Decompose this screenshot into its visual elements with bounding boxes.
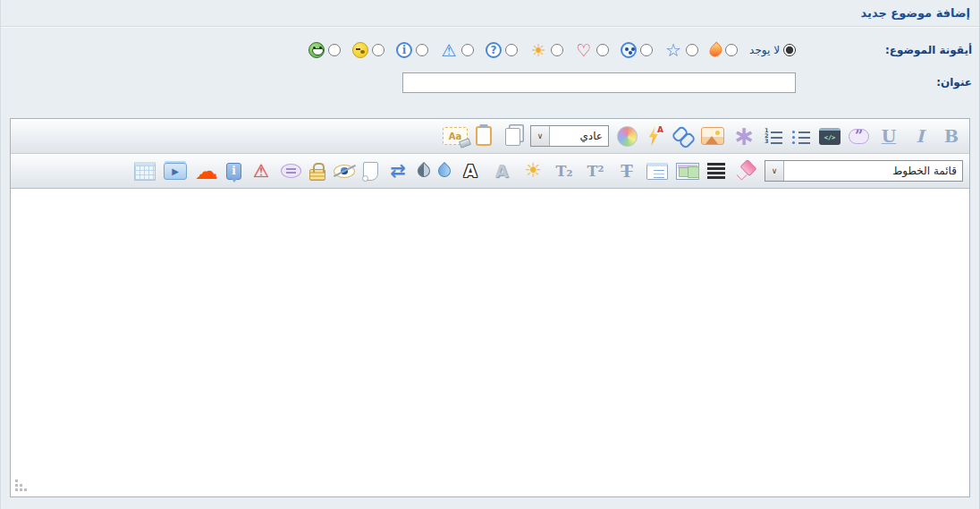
lightbulb-icon xyxy=(529,41,547,59)
heart-icon xyxy=(575,41,593,59)
underline-icon[interactable] xyxy=(877,124,900,148)
subscript-icon[interactable] xyxy=(553,159,576,182)
window-panel-icon[interactable] xyxy=(646,163,668,180)
image-icon[interactable] xyxy=(701,127,724,145)
page-header: إضافة موضوع جديد xyxy=(1,0,979,27)
contrast-droplet-icon[interactable] xyxy=(415,162,433,180)
chevron-down-icon: ∨ xyxy=(531,126,550,146)
paste-icon[interactable] xyxy=(476,126,492,146)
rich-text-editor: عادي ∨ قائمة الخطوط ∨ xyxy=(10,118,970,497)
toolbar-row-2: قائمة الخطوط ∨ xyxy=(11,154,969,189)
link-icon[interactable] xyxy=(672,126,693,146)
add-topic-page: إضافة موضوع جديد أيقونة الموضوع: لا يوجد… xyxy=(1,0,979,509)
paragraph-style-value: عادي xyxy=(550,130,608,142)
quick-reply-lightning-icon[interactable] xyxy=(646,125,663,147)
topic-icon-radio-warning[interactable] xyxy=(461,44,474,56)
justify-icon[interactable] xyxy=(707,162,725,180)
glow-icon[interactable] xyxy=(521,159,545,182)
copy-icon[interactable] xyxy=(505,128,520,146)
warning-icon xyxy=(440,41,458,59)
editor-content[interactable] xyxy=(11,189,969,496)
topic-icon-radio-heart[interactable] xyxy=(596,44,609,56)
shadow-text-icon[interactable] xyxy=(490,159,513,182)
topic-icon-radio-lightbulb[interactable] xyxy=(551,44,563,56)
eek-face-icon xyxy=(621,42,637,58)
topic-icon-radio-star[interactable] xyxy=(686,44,698,56)
highlighter-icon[interactable] xyxy=(733,159,756,182)
asterisk-icon[interactable] xyxy=(732,124,756,148)
topic-icon-option-flame[interactable] xyxy=(710,44,738,57)
unordered-list-icon[interactable] xyxy=(791,128,811,144)
topic-icon-option-wink-face[interactable] xyxy=(352,42,384,58)
page-title: إضافة موضوع جديد xyxy=(861,6,970,20)
quote-icon[interactable] xyxy=(849,129,869,144)
topic-form: أيقونة الموضوع: لا يوجد عنوان: xyxy=(1,27,979,98)
topic-icon-radio-info[interactable] xyxy=(416,44,428,56)
soundcloud-icon[interactable] xyxy=(195,159,218,182)
remove-format-icon[interactable] xyxy=(443,127,468,145)
color-wheel-icon[interactable] xyxy=(617,126,638,147)
info-tooltip-icon[interactable] xyxy=(226,163,241,180)
wink-face-icon xyxy=(352,42,368,58)
topic-icon-option-none[interactable]: لا يوجد xyxy=(749,44,796,56)
question-icon xyxy=(486,42,502,58)
flame-icon xyxy=(707,41,725,59)
superscript-icon[interactable] xyxy=(584,159,607,182)
topic-icon-row: أيقونة الموضوع: لا يوجد xyxy=(8,34,972,66)
alert-icon[interactable] xyxy=(249,159,273,182)
info-icon xyxy=(396,42,412,58)
lock-icon[interactable] xyxy=(309,169,325,181)
font-list-value: قائمة الخطوط xyxy=(784,165,962,177)
table-grid-icon[interactable] xyxy=(134,162,156,181)
topic-icon-option-lightbulb[interactable] xyxy=(529,41,563,59)
italic-icon[interactable] xyxy=(908,124,932,148)
topic-icon-radio-flame[interactable] xyxy=(725,44,738,56)
table-layout-icon[interactable] xyxy=(676,163,699,180)
chevron-down-icon: ∨ xyxy=(765,161,784,181)
star-icon xyxy=(664,41,682,59)
title-field-wrap xyxy=(8,72,872,93)
bold-icon[interactable] xyxy=(940,124,963,148)
topic-icon-option-heart[interactable] xyxy=(575,41,609,59)
topic-icon-option-warning[interactable] xyxy=(440,41,474,59)
topic-icon-radio-none[interactable] xyxy=(783,44,796,56)
topic-icon-radio-eek-face[interactable] xyxy=(640,44,653,56)
topic-icon-option-info[interactable] xyxy=(396,42,428,58)
direction-swap-icon[interactable] xyxy=(386,159,410,182)
grin-face-icon xyxy=(308,42,325,58)
video-icon[interactable] xyxy=(164,163,187,180)
topic-icon-option-star[interactable] xyxy=(664,41,698,59)
paragraph-style-select[interactable]: عادي ∨ xyxy=(530,125,609,147)
topic-icon-radio-wink-face[interactable] xyxy=(372,44,384,56)
topic-icon-radio-grin-face[interactable] xyxy=(328,44,341,56)
outline-text-icon[interactable] xyxy=(459,159,482,182)
resize-handle[interactable] xyxy=(15,479,28,491)
hide-content-icon[interactable] xyxy=(334,165,355,178)
font-list-select[interactable]: قائمة الخطوط ∨ xyxy=(765,160,963,182)
ordered-list-icon[interactable] xyxy=(764,128,783,144)
code-icon[interactable] xyxy=(819,128,841,145)
topic-icon-options: لا يوجد xyxy=(8,41,872,59)
topic-icon-option-grin-face[interactable] xyxy=(308,42,341,58)
strikethrough-icon[interactable] xyxy=(615,159,638,182)
droplet-icon[interactable] xyxy=(435,162,453,180)
topic-icon-radio-question[interactable] xyxy=(505,44,518,56)
title-label: عنوان: xyxy=(872,76,972,89)
title-input[interactable] xyxy=(402,72,796,93)
topic-icon-none-label: لا يوجد xyxy=(749,44,780,56)
page-scroll-icon[interactable] xyxy=(363,162,378,181)
topic-icon-option-eek-face[interactable] xyxy=(621,42,653,58)
topic-icon-label: أيقونة الموضوع: xyxy=(872,44,972,56)
speech-bubble-icon[interactable] xyxy=(281,164,301,178)
title-row: عنوان: xyxy=(8,66,972,98)
topic-icon-option-question[interactable] xyxy=(486,42,518,58)
toolbar-row-1: عادي ∨ xyxy=(11,119,969,154)
